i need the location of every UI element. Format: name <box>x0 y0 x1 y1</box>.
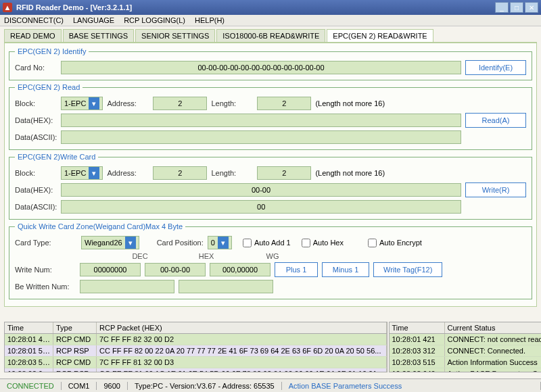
log-row[interactable]: 10:28:01 578RCP RSPCC FF FF 82 00 22 0A … <box>5 345 387 357</box>
label-write-ascii: Data(ASCII): <box>15 203 57 211</box>
chevron-down-icon: ▾ <box>218 237 229 249</box>
checkbox-auto-encrypt[interactable]: Auto Encrypt <box>368 239 422 247</box>
label-write-block: Block: <box>15 169 57 177</box>
header-wg: WG <box>242 252 303 260</box>
status-connected: CONNECTED <box>0 382 62 390</box>
label-read-ascii: Data(ASCII): <box>15 133 57 141</box>
input-write-length[interactable] <box>257 166 311 180</box>
minimize-button[interactable]: _ <box>495 2 509 13</box>
menu-help[interactable]: HELP(H) <box>195 16 225 24</box>
button-write[interactable]: Write(R) <box>465 182 526 197</box>
status-row[interactable]: 10:28:03 640Action BASE Parameters Succe… <box>390 368 542 372</box>
select-card-position[interactable]: 0▾ <box>208 236 232 249</box>
group-identify: EPC(GEN 2) Identify Card No: Identify(E) <box>9 47 532 80</box>
status-row[interactable]: 10:28:03 312CONNECT: Connected. <box>390 345 542 357</box>
label-read-address: Address: <box>107 99 149 107</box>
title-bar: ▲ RFID Reader Demo - [Ver:3.2.1.1] _ □ ✕ <box>0 0 541 15</box>
button-write-tag[interactable]: Write Tag(F12) <box>373 262 442 277</box>
app-icon: ▲ <box>3 3 12 12</box>
button-minus1[interactable]: Minus 1 <box>322 262 369 277</box>
tab-bar: READ DEMO BASE SETTINGS SENIOR SETTINGS … <box>4 29 537 43</box>
status-bar: CONNECTED COM1 9600 Type:PC - Version:V3… <box>0 378 541 392</box>
select-card-type[interactable]: Wiegand26▾ <box>81 236 139 249</box>
log-row[interactable]: 10:28:03 640RCP RSPCC FF FF 81 00 1C 1E … <box>5 368 387 372</box>
log-table[interactable]: TimeTypeRCP Packet (HEX) 10:28:01 484RCP… <box>4 322 387 372</box>
button-read[interactable]: Read(A) <box>465 113 526 128</box>
label-write-hex: Data(HEX): <box>15 186 57 194</box>
label-card-type: Card Type: <box>15 239 57 247</box>
window-title: RFID Reader Demo - [Ver:3.2.1.1] <box>16 3 495 11</box>
menu-rcp-logging[interactable]: RCP LOGGING(L) <box>124 16 185 24</box>
label-write-length: Length: <box>211 169 253 177</box>
legend-identify: EPC(GEN 2) Identify <box>15 47 89 55</box>
label-card-position: Card Position: <box>157 239 204 247</box>
input-cardno[interactable] <box>61 61 461 74</box>
status-row[interactable]: 10:28:03 515Action Information Success <box>390 357 542 368</box>
menu-language[interactable]: LANGUAGE <box>73 16 114 24</box>
input-bewritten-1[interactable] <box>80 280 174 293</box>
legend-write: EPC(GEN 2)Write Card <box>15 153 98 161</box>
status-baud: 9600 <box>97 382 127 390</box>
button-plus1[interactable]: Plus 1 <box>275 262 318 277</box>
menu-bar: DISCONNECT(C) LANGUAGE RCP LOGGING(L) HE… <box>0 15 541 26</box>
button-identify[interactable]: Identify(E) <box>465 60 526 75</box>
tab-base-settings[interactable]: BASE SETTINGS <box>63 29 134 42</box>
chevron-down-icon: ▾ <box>89 167 99 179</box>
input-write-ascii[interactable] <box>61 200 461 214</box>
log-head-time: Time <box>5 322 53 333</box>
checkbox-auto-hex[interactable]: Auto Hex <box>302 239 344 247</box>
input-hex[interactable] <box>145 263 206 276</box>
maximize-button[interactable]: □ <box>510 2 523 13</box>
group-read: EPC(GEN 2) Read Block: 1-EPC▾ Address: L… <box>9 83 532 150</box>
checkbox-auto-add[interactable]: Auto Add 1 <box>243 239 291 247</box>
input-wg[interactable] <box>210 263 270 276</box>
header-dec: DEC <box>110 252 170 260</box>
label-read-block: Block: <box>15 99 57 107</box>
status-info: Type:PC - Version:V3.67 - Address: 65535 <box>128 382 282 390</box>
status-head-time: Time <box>390 322 445 333</box>
select-write-block[interactable]: 1-EPC▾ <box>61 166 103 180</box>
legend-read: EPC(GEN 2) Read <box>15 83 83 91</box>
legend-quick: Quick Write Card Zone(Weigand Card)Max 4… <box>15 222 185 230</box>
label-write-address: Address: <box>107 169 149 177</box>
status-table[interactable]: TimeCurrent Status 10:28:01 421CONNECT: … <box>389 322 542 372</box>
log-row[interactable]: 10:28:03 531RCP CMD7C FF FF 81 32 00 D3 <box>5 357 387 368</box>
label-be-written: Be Written Num: <box>15 283 76 291</box>
input-write-address[interactable] <box>153 166 207 180</box>
label-write-num: Write Num: <box>15 266 76 274</box>
log-row[interactable]: 10:28:01 484RCP CMD7C FF FF 82 32 00 D2 <box>5 334 387 345</box>
main-panel: EPC(GEN 2) Identify Card No: Identify(E)… <box>4 43 537 307</box>
header-hex: HEX <box>176 252 237 260</box>
tab-iso18000[interactable]: ISO18000-6B READ&WRITE <box>216 29 325 42</box>
input-write-hex[interactable] <box>61 183 461 197</box>
tab-epc-gen2[interactable]: EPC(GEN 2) READ&WRITE <box>327 29 433 42</box>
status-head-status: Current Status <box>445 322 542 333</box>
close-button[interactable]: ✕ <box>525 2 538 13</box>
note-write-length: (Length not more 16) <box>315 169 385 177</box>
status-action: Action BASE Parameters Success <box>282 382 541 390</box>
group-quick-write: Quick Write Card Zone(Weigand Card)Max 4… <box>9 222 532 299</box>
input-dec[interactable] <box>80 263 141 276</box>
input-read-ascii[interactable] <box>61 130 461 144</box>
input-read-hex[interactable] <box>61 114 461 127</box>
tab-read-demo[interactable]: READ DEMO <box>4 29 62 42</box>
label-cardno: Card No: <box>15 64 57 72</box>
chevron-down-icon: ▾ <box>89 97 99 109</box>
status-row[interactable]: 10:28:01 421CONNECT: not connect reader,… <box>390 334 542 345</box>
chevron-down-icon: ▾ <box>125 237 136 249</box>
tab-senior-settings[interactable]: SENIOR SETTINGS <box>135 29 215 42</box>
menu-disconnect[interactable]: DISCONNECT(C) <box>4 16 64 24</box>
input-bewritten-2[interactable] <box>179 280 273 293</box>
input-read-address[interactable] <box>153 97 207 110</box>
log-head-type: Type <box>53 322 97 333</box>
select-read-block[interactable]: 1-EPC▾ <box>61 97 103 110</box>
label-read-hex: Data(HEX): <box>15 116 57 124</box>
group-write: EPC(GEN 2)Write Card Block: 1-EPC▾ Addre… <box>9 153 532 220</box>
label-read-length: Length: <box>211 99 253 107</box>
input-read-length[interactable] <box>257 97 311 110</box>
log-head-packet: RCP Packet (HEX) <box>97 322 387 333</box>
status-port: COM1 <box>62 382 97 390</box>
note-read-length: (Length not more 16) <box>315 99 385 107</box>
